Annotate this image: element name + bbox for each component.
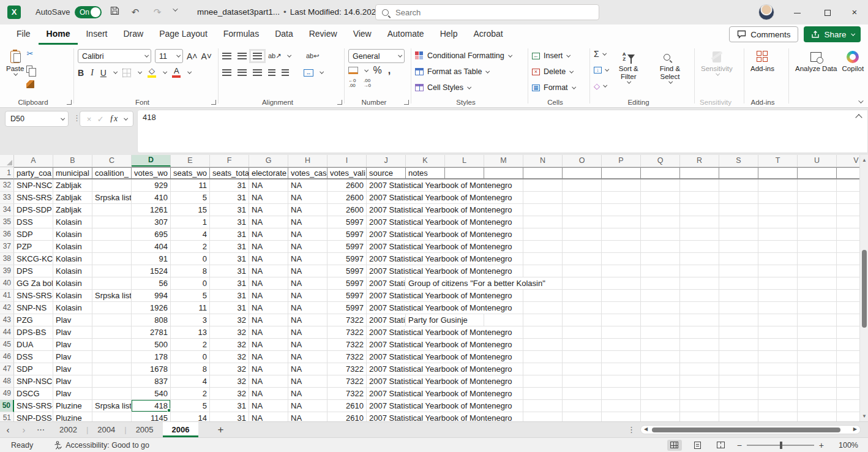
row-header-48[interactable]: 48 (0, 375, 14, 388)
cell-V34[interactable] (837, 204, 859, 216)
number-format-select[interactable]: General (348, 49, 405, 63)
orientation-icon[interactable]: ab↗ (268, 52, 281, 60)
cell-C51[interactable] (92, 412, 132, 421)
cell-styles-button[interactable]: Cell Styles (415, 80, 524, 96)
cell-B44[interactable]: Plav (53, 326, 92, 339)
tab-file[interactable]: File (9, 24, 39, 45)
cell-H51[interactable]: NA (288, 412, 327, 421)
cell-J47[interactable]: 2007 Statistical Yearbook of Montenegro (367, 363, 406, 375)
cell-Q33[interactable] (641, 192, 680, 204)
cell-N47[interactable] (523, 363, 563, 375)
cell-E39[interactable]: 8 (171, 265, 210, 277)
cell-V35[interactable] (837, 216, 859, 228)
bold-button[interactable]: B (78, 68, 84, 78)
cell-O50[interactable] (563, 400, 602, 412)
zoom-slider-thumb[interactable] (780, 442, 782, 449)
cell-N44[interactable] (523, 326, 563, 339)
cell-T33[interactable] (758, 192, 798, 204)
cell-R32[interactable] (680, 179, 719, 192)
wrap-text-icon[interactable]: ab↩ (306, 52, 319, 60)
cell-R41[interactable] (680, 290, 719, 302)
cell-G43[interactable]: NA (249, 314, 288, 326)
number-dialog-launcher[interactable] (404, 100, 409, 105)
cell-G40[interactable]: NA (249, 277, 288, 290)
cell-R47[interactable] (680, 363, 719, 375)
cell-R40[interactable] (680, 277, 719, 290)
align-top-icon[interactable] (222, 53, 231, 59)
comments-button[interactable]: Comments (729, 26, 798, 42)
cell-I44[interactable]: 7322 (327, 326, 367, 339)
cell-N50[interactable] (523, 400, 563, 412)
comma-style-icon[interactable]: , (388, 65, 391, 76)
cell-T38[interactable] (758, 253, 798, 265)
cell-S35[interactable] (719, 216, 758, 228)
cell-D38[interactable]: 91 (132, 253, 171, 265)
cell-G41[interactable]: NA (249, 290, 288, 302)
cell-B39[interactable]: Kolasin (53, 265, 92, 277)
cell-D47[interactable]: 1678 (132, 363, 171, 375)
cell-A51[interactable]: SNP-DSS (14, 412, 53, 421)
cell-A38[interactable]: SKCG-KCG (14, 253, 53, 265)
cell-Q46[interactable] (641, 351, 680, 363)
cell-R39[interactable] (680, 265, 719, 277)
cell-U50[interactable] (798, 400, 837, 412)
cell-B32[interactable]: Zabljak (53, 179, 92, 192)
cell-D33[interactable]: 410 (132, 192, 171, 204)
prev-sheet-icon[interactable]: ‹ (0, 424, 16, 435)
cell-I38[interactable]: 5997 (327, 253, 367, 265)
cell-P40[interactable] (602, 277, 641, 290)
cell-E34[interactable]: 15 (171, 204, 210, 216)
cell-C49[interactable] (92, 388, 132, 400)
cell-B43[interactable]: Plav (53, 314, 92, 326)
autosave-toggle[interactable]: On (75, 6, 102, 18)
scroll-up-icon[interactable]: ▲ (860, 157, 868, 163)
format-as-table-button[interactable]: Format as Table (415, 64, 524, 80)
cell-B46[interactable]: Plav (53, 351, 92, 363)
cell-E32[interactable]: 11 (171, 179, 210, 192)
cell-Q36[interactable] (641, 228, 680, 241)
cell-O47[interactable] (563, 363, 602, 375)
cell-Q44[interactable] (641, 326, 680, 339)
formula-input[interactable]: 418 (137, 110, 868, 153)
cell-U48[interactable] (798, 375, 837, 388)
cell-G32[interactable]: NA (249, 179, 288, 192)
cell-T44[interactable] (758, 326, 798, 339)
cell-N33[interactable] (523, 192, 563, 204)
cell-V48[interactable] (837, 375, 859, 388)
cell-P49[interactable] (602, 388, 641, 400)
cell-E42[interactable]: 11 (171, 302, 210, 314)
cell-A46[interactable]: DSS (14, 351, 53, 363)
cell-N49[interactable] (523, 388, 563, 400)
tab-page-layout[interactable]: Page Layout (151, 24, 215, 45)
cell-S49[interactable] (719, 388, 758, 400)
cell-E38[interactable]: 0 (171, 253, 210, 265)
cell-P45[interactable] (602, 339, 641, 351)
row-header-32[interactable]: 32 (0, 179, 14, 192)
sort-filter-button[interactable]: AZ Sort & Filter (610, 48, 647, 91)
cell-I34[interactable]: 2600 (327, 204, 367, 216)
cell-F35[interactable]: 31 (210, 216, 249, 228)
cell-C38[interactable] (92, 253, 132, 265)
cell-D35[interactable]: 307 (132, 216, 171, 228)
horizontal-scrollbar[interactable]: ◀ ▶ (640, 425, 861, 434)
cell-D42[interactable]: 1926 (132, 302, 171, 314)
cell-O32[interactable] (563, 179, 602, 192)
cell-S50[interactable] (719, 400, 758, 412)
cell-P38[interactable] (602, 253, 641, 265)
tab-insert[interactable]: Insert (78, 24, 115, 45)
cell-G46[interactable]: NA (249, 351, 288, 363)
align-left-icon[interactable] (222, 69, 231, 76)
merge-dropdown-icon[interactable] (320, 70, 323, 73)
cell-S33[interactable] (719, 192, 758, 204)
cell-H34[interactable]: NA (288, 204, 327, 216)
cell-H38[interactable]: NA (288, 253, 327, 265)
cell-V33[interactable] (837, 192, 859, 204)
cell-H39[interactable]: NA (288, 265, 327, 277)
insert-function-icon[interactable]: ƒx (110, 114, 118, 124)
cell-B38[interactable]: Kolasin (53, 253, 92, 265)
cell-C39[interactable] (92, 265, 132, 277)
cell-I33[interactable]: 2600 (327, 192, 367, 204)
cell-D34[interactable]: 1261 (132, 204, 171, 216)
cell-C33[interactable]: Srpska list (92, 192, 132, 204)
cell-U42[interactable] (798, 302, 837, 314)
